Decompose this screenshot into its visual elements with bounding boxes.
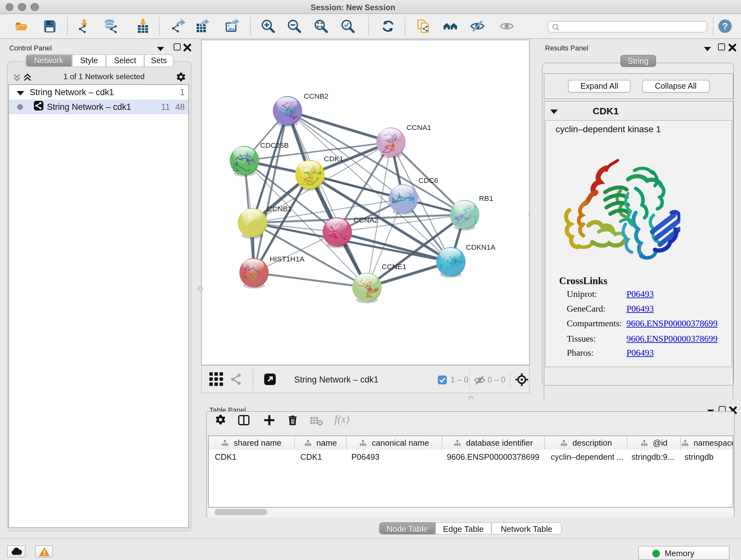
svg-text:CCNB2: CCNB2 (304, 92, 328, 100)
svg-text:?: ? (722, 21, 728, 31)
svg-text:CDKN1A: CDKN1A (466, 243, 495, 251)
svg-text:CCNB1: CCNB1 (267, 205, 292, 213)
svg-text:CDC25B: CDC25B (260, 141, 289, 149)
svg-text:CCNA1: CCNA1 (407, 123, 431, 132)
svg-text:CDK1: CDK1 (324, 154, 343, 163)
svg-text:CCNA2: CCNA2 (354, 216, 378, 224)
svg-text:HIST1H1A: HIST1H1A (270, 255, 305, 263)
svg-text:CDC6: CDC6 (418, 176, 438, 185)
svg-text:CCNE1: CCNE1 (382, 262, 406, 271)
svg-text:RB1: RB1 (479, 194, 493, 202)
